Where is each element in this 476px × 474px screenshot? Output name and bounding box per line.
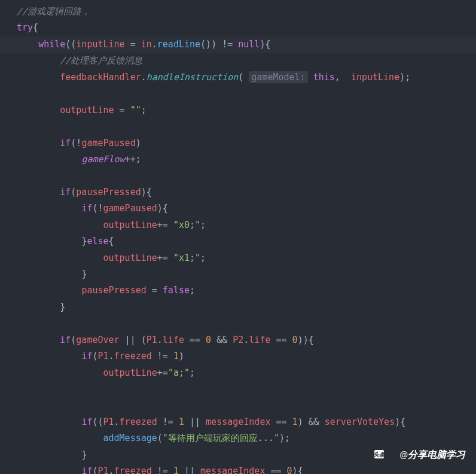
code-line: outputLine+="a;"; [0,365,476,381]
code-line [0,168,476,184]
code-line: } [0,299,476,315]
code-line: if(!gamePaused) [0,135,476,151]
code-line: //游戏逻辑回路， [0,4,476,20]
code-line [0,398,476,414]
code-line [0,118,476,135]
param-hint: gameModel: [249,71,307,83]
comment: //处理客户反馈消息 [60,55,142,66]
code-line [0,315,476,332]
code-line [0,86,476,102]
code-line: try{ [0,20,476,36]
code-line: gameFlow++; [0,151,476,168]
keyword-else: else [87,236,108,247]
code-line: if(P1.freezed != 1 || messageIndex == 0)… [0,463,476,474]
code-line: outputLine+= "x0;"; [0,217,476,233]
code-editor[interactable]: //游戏逻辑回路， try{ while((inputLine = in.rea… [0,0,476,474]
code-line: outputLine+= "x1;"; [0,250,476,266]
keyword-if: if [60,138,71,148]
keyword-false: false [163,285,190,296]
code-line: pausePressed = false; [0,282,476,299]
code-line: //处理客户反馈消息 [0,53,476,69]
code-line [0,381,476,397]
code-line: if(pausePressed){ [0,184,476,200]
code-line: if(gameOver || (P1.life == 0 && P2.life … [0,332,476,348]
code-line: feedbackHandler.handleInstruction( gameM… [0,69,476,86]
comment: //游戏逻辑回路， [17,6,90,17]
method: handleInstruction [147,72,239,83]
watermark: 头条 @分享电脑学习 [374,446,465,463]
code-line: } [0,266,476,282]
watermark-text: @分享电脑学习 [399,446,465,463]
code-line-active: while((inputLine = in.readLine()) != nul… [0,37,476,53]
var: inputLine [76,39,124,50]
code-line: }else{ [0,233,476,250]
code-line: if(!gamePaused){ [0,200,476,217]
svg-text:头条: 头条 [374,451,386,458]
code-line: if((P1.freezed != 1 || messageIndex == 1… [0,414,476,430]
code-line: addMessage("等待用户端玩家的回应..."); [0,430,476,446]
code-line: outputLine = ""; [0,102,476,118]
keyword-try: try [17,22,33,33]
method: readLine [157,39,200,50]
method: addMessage [103,433,157,443]
keyword-while: while [38,39,65,50]
code-line: if(P1.freezed != 1) [0,348,476,364]
keyword-if: if [60,187,71,198]
keyword-this: this [313,72,335,83]
watermark-logo-icon: 头条 [374,449,396,460]
keyword-null: null [238,39,260,50]
